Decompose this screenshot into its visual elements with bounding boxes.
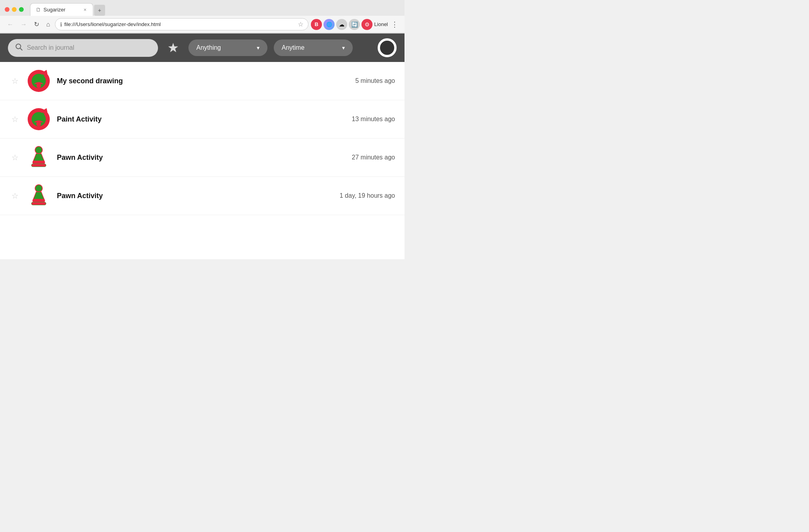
browser-actions: B 🌐 ☁ 🔄 ⚙ Lionel ⋮ [311,19,400,30]
extension-2-button[interactable]: 🌐 [324,19,335,30]
close-button[interactable] [5,7,9,12]
item-1-title: My second drawing [57,77,349,85]
browser-chrome: 🗋 Sugarizer × + ← → ↻ ⌂ ℹ file:///Users/… [0,0,404,34]
app-toolbar: Search in journal ★ Anything ▾ Anytime ▾ [0,34,404,62]
active-tab[interactable]: 🗋 Sugarizer × [30,3,93,16]
user-name: Lionel [374,21,388,27]
journal-item[interactable]: ☆ Pawn Activity 27 minutes ago [0,139,404,177]
item-1-activity-icon [27,69,51,93]
address-bar[interactable]: ℹ file:///Users/lionel/sugarizer-dev/ind… [55,18,309,30]
forward-button[interactable]: → [18,19,29,30]
item-4-time: 1 day, 19 hours ago [340,192,395,199]
item-3-star-icon[interactable]: ☆ [9,153,21,162]
svg-rect-17 [31,202,46,205]
title-bar: 🗋 Sugarizer × + [0,0,404,16]
item-2-activity-icon [27,107,51,131]
extension-1-button[interactable]: B [311,19,322,30]
item-4-title: Pawn Activity [57,192,333,200]
address-text: file:///Users/lionel/sugarizer-dev/index… [64,21,296,27]
search-icon [15,43,23,53]
item-1-star-icon[interactable]: ☆ [9,76,21,86]
item-2-star-icon[interactable]: ☆ [9,114,21,124]
journal-item[interactable]: ☆ Pawn Activity 1 day, 19 hours ago [0,177,404,215]
filter-anything-label: Anything [196,44,221,51]
svg-point-12 [35,146,42,154]
svg-rect-14 [31,164,46,167]
item-3-title: Pawn Activity [57,154,346,162]
journal-item[interactable]: ☆ My second drawing 5 minutes ago [0,62,404,100]
filter-anything-arrow-icon: ▾ [257,45,260,51]
tab-page-icon: 🗋 [36,7,41,13]
minimize-button[interactable] [12,7,17,12]
nav-bar: ← → ↻ ⌂ ℹ file:///Users/lionel/sugarizer… [0,16,404,33]
favorites-star-button[interactable]: ★ [167,40,179,55]
item-4-activity-icon [27,184,51,208]
item-2-title: Paint Activity [57,115,346,124]
reload-button[interactable]: ↻ [32,19,41,30]
new-tab-button[interactable]: + [94,5,105,16]
item-4-star-icon[interactable]: ☆ [9,191,21,200]
filter-anytime-dropdown[interactable]: Anytime ▾ [274,39,353,56]
tab-label: Sugarizer [43,7,66,13]
extension-3-button[interactable]: ☁ [336,19,347,30]
search-box[interactable]: Search in journal [8,39,158,57]
bookmark-star-icon[interactable]: ☆ [298,21,303,28]
browser-menu-button[interactable]: ⋮ [389,19,400,30]
back-button[interactable]: ← [5,19,16,30]
extension-4-button[interactable]: 🔄 [349,19,360,30]
info-icon: ℹ [60,21,62,28]
journal-list: ☆ My second drawing 5 minutes ago ☆ [0,62,404,259]
item-1-time: 5 minutes ago [355,77,395,84]
filter-anything-dropdown[interactable]: Anything ▾ [188,39,267,56]
search-placeholder: Search in journal [27,44,151,51]
user-avatar [380,41,394,55]
filter-anytime-arrow-icon: ▾ [342,45,345,51]
svg-line-1 [20,48,22,50]
tab-close-button[interactable]: × [83,7,87,13]
svg-point-10 [36,122,41,126]
window-controls [5,7,24,12]
svg-point-5 [36,83,41,88]
item-3-activity-icon [27,146,51,169]
maximize-button[interactable] [19,7,24,12]
svg-rect-13 [32,161,45,164]
filter-anytime-label: Anytime [282,44,305,51]
user-button[interactable] [378,38,397,57]
item-2-time: 13 minutes ago [352,116,395,123]
extension-5-button[interactable]: ⚙ [361,19,373,30]
svg-rect-16 [32,199,45,202]
tab-bar: 🗋 Sugarizer × + [30,3,105,16]
item-3-time: 27 minutes ago [352,154,395,161]
journal-item[interactable]: ☆ Paint Activity 13 minutes ago [0,100,404,139]
home-button[interactable]: ⌂ [44,19,53,30]
svg-point-15 [35,185,42,192]
